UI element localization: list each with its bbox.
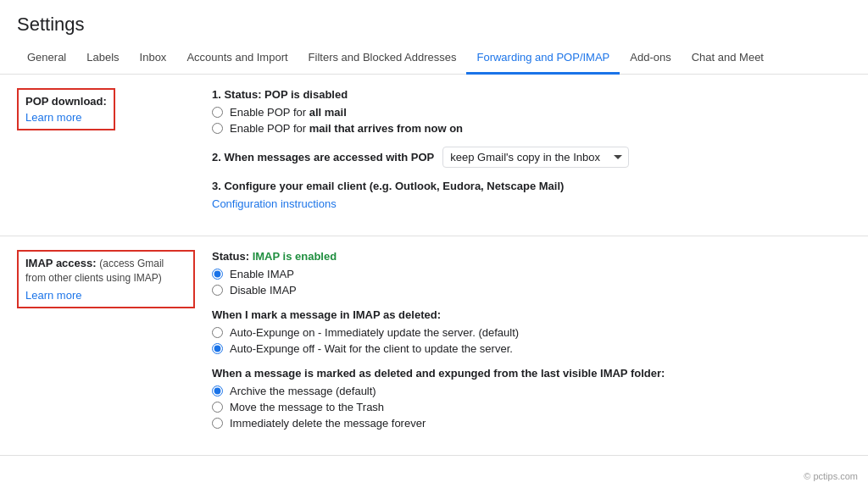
pop-from-now-radio[interactable]: [212, 123, 223, 134]
imap-disable-radio[interactable]: [212, 285, 223, 296]
page-title: Settings: [0, 0, 868, 42]
imap-status-prefix: Status:: [212, 250, 253, 263]
imap-label-box: IMAP access: (access Gmail from other cl…: [17, 250, 195, 308]
imap-delete-forever-radio[interactable]: [212, 418, 223, 429]
tab-labels[interactable]: Labels: [76, 42, 129, 75]
imap-expunge-on-label: Auto-Expunge on - Immediately update the…: [230, 326, 519, 339]
pop-all-mail-label: Enable POP for all mail: [230, 106, 347, 119]
imap-enable-radio[interactable]: [212, 269, 223, 280]
imap-disable-option: Disable IMAP: [212, 284, 851, 297]
tab-forwarding[interactable]: Forwarding and POP/IMAP: [466, 42, 620, 75]
imap-auto-expunge-off-option: Auto-Expunge off - Wait for the client t…: [212, 342, 851, 355]
imap-deleted-heading: When I mark a message in IMAP as deleted…: [212, 308, 851, 321]
pop-section: POP download: Learn more 1. Status: POP …: [0, 75, 868, 236]
tab-filters[interactable]: Filters and Blocked Addresses: [298, 42, 467, 75]
pop-step2-heading: 2. When messages are accessed with POP: [212, 151, 434, 164]
pop-step3-group: 3. Configure your email client (e.g. Out…: [212, 180, 851, 210]
copyright: © pctips.com: [804, 471, 858, 481]
imap-expunged-group: When a message is marked as deleted and …: [212, 367, 851, 430]
imap-learn-more-link[interactable]: Learn more: [25, 289, 186, 302]
imap-status-value: IMAP is enabled: [253, 250, 337, 263]
imap-trash-option: Move the message to the Trash: [212, 401, 851, 413]
pop-from-now-option: Enable POP for mail that arrives from no…: [212, 122, 851, 135]
imap-label-title: IMAP access:: [25, 257, 97, 269]
pop-status-group: 1. Status: POP is disabled Enable POP fo…: [212, 88, 851, 135]
tab-general[interactable]: General: [17, 42, 76, 75]
imap-disable-label: Disable IMAP: [230, 284, 297, 297]
pop-all-mail-option: Enable POP for all mail: [212, 106, 851, 119]
pop-learn-more-link[interactable]: Learn more: [25, 111, 107, 124]
pop-status-heading: 1. Status: POP is disabled: [212, 88, 851, 101]
pop-from-now-label: Enable POP for mail that arrives from no…: [230, 122, 463, 135]
pop-copy-select[interactable]: keep Gmail's copy in the Inbox: [442, 147, 629, 168]
pop-label-box: POP download: Learn more: [17, 88, 115, 130]
pop-step2-group: 2. When messages are accessed with POP k…: [212, 147, 851, 168]
imap-trash-label: Move the message to the Trash: [230, 401, 384, 413]
tab-accounts[interactable]: Accounts and Import: [176, 42, 298, 75]
tab-addons[interactable]: Add-ons: [620, 42, 681, 75]
imap-delete-forever-label: Immediately delete the message forever: [230, 417, 426, 430]
config-instructions-link[interactable]: Configuration instructions: [212, 197, 337, 210]
pop-step3-heading: 3. Configure your email client (e.g. Out…: [212, 180, 851, 192]
pop-options-col: 1. Status: POP is disabled Enable POP fo…: [212, 88, 851, 222]
imap-options-col: Status: IMAP is enabled Enable IMAP Disa…: [212, 250, 851, 441]
settings-nav: General Labels Inbox Accounts and Import…: [0, 42, 868, 75]
imap-expunge-off-radio[interactable]: [212, 343, 223, 354]
imap-section: IMAP access: (access Gmail from other cl…: [0, 236, 868, 456]
pop-label-title: POP download:: [25, 95, 107, 108]
imap-status-group: Status: IMAP is enabled Enable IMAP Disa…: [212, 250, 851, 297]
imap-expunge-on-radio[interactable]: [212, 327, 223, 338]
pop-step2-wrapper: 2. When messages are accessed with POP k…: [212, 147, 851, 168]
imap-label-col: IMAP access: (access Gmail from other cl…: [17, 250, 212, 441]
imap-enable-label: Enable IMAP: [230, 268, 294, 280]
imap-deleted-group: When I mark a message in IMAP as deleted…: [212, 308, 851, 355]
tab-inbox[interactable]: Inbox: [130, 42, 177, 75]
settings-content: POP download: Learn more 1. Status: POP …: [0, 75, 868, 456]
imap-enable-option: Enable IMAP: [212, 268, 851, 280]
imap-trash-radio[interactable]: [212, 402, 223, 413]
tab-chatmeet[interactable]: Chat and Meet: [682, 42, 774, 75]
imap-delete-forever-option: Immediately delete the message forever: [212, 417, 851, 430]
imap-archive-label: Archive the message (default): [230, 385, 376, 397]
imap-archive-radio[interactable]: [212, 385, 223, 396]
imap-status-line: Status: IMAP is enabled: [212, 250, 851, 263]
imap-expunge-off-label: Auto-Expunge off - Wait for the client t…: [230, 342, 513, 355]
pop-all-mail-radio[interactable]: [212, 107, 223, 118]
imap-auto-expunge-on-option: Auto-Expunge on - Immediately update the…: [212, 326, 851, 339]
imap-archive-option: Archive the message (default): [212, 385, 851, 397]
imap-expunged-heading: When a message is marked as deleted and …: [212, 367, 851, 380]
pop-label-col: POP download: Learn more: [17, 88, 212, 222]
